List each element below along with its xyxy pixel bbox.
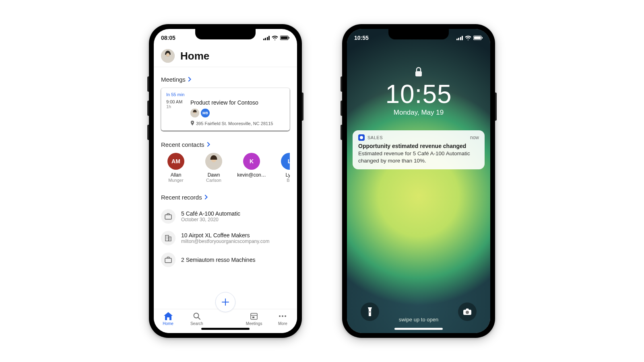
- profile-avatar[interactable]: [161, 49, 175, 63]
- notification-header: SALES now: [358, 134, 479, 141]
- nav-home-label: Home: [163, 321, 173, 326]
- building-icon: [161, 231, 175, 245]
- lock-time: 10:55: [347, 81, 490, 107]
- home-indicator[interactable]: [201, 328, 250, 330]
- contact-avatar: [205, 153, 222, 170]
- app-header: Home: [154, 47, 297, 67]
- notification-app-icon: [358, 134, 365, 141]
- notification-card[interactable]: SALES now Opportunity estimated revenue …: [353, 130, 485, 169]
- svg-rect-15: [251, 313, 257, 319]
- attendee-initials: MB: [201, 109, 210, 117]
- notification-title: Opportunity estimated revenue changed: [358, 143, 479, 149]
- home-icon: [164, 312, 173, 321]
- meeting-duration: 1h: [166, 104, 186, 109]
- lock-bottom: [347, 302, 490, 321]
- contact-item[interactable]: Dawn Carlson: [199, 153, 229, 183]
- section-records-label: Recent records: [161, 194, 202, 201]
- nav-more-label: More: [278, 321, 287, 326]
- svg-rect-2: [289, 37, 289, 39]
- contact-item[interactable]: L Lyd Ba: [275, 153, 290, 183]
- svg-rect-22: [482, 37, 483, 39]
- phone-right-screen: 10:55 10:55: [347, 29, 490, 333]
- contact-item[interactable]: K kevin@con…: [237, 153, 266, 183]
- record-title: 10 Airpot XL Coffee Makers: [181, 232, 269, 239]
- status-time: 08:05: [161, 35, 175, 41]
- record-title: 2 Semiautom resso Machines: [181, 257, 255, 263]
- section-meetings[interactable]: Meetings: [161, 76, 290, 83]
- svg-rect-24: [369, 311, 370, 313]
- wifi-icon: [465, 35, 471, 40]
- app-content: Home Meetings In 55 min 9:: [154, 47, 297, 333]
- nav-more[interactable]: More: [270, 312, 295, 326]
- nav-search-label: Search: [190, 321, 203, 326]
- contact-name2: Ba: [275, 178, 290, 183]
- scroll-area[interactable]: Meetings In 55 min 9:00 AM 1h: [154, 67, 297, 307]
- section-records[interactable]: Recent records: [161, 194, 290, 201]
- svg-rect-1: [281, 37, 288, 39]
- contacts-row[interactable]: AM Allan Munger Dawn Carlson: [161, 153, 290, 183]
- nav-meetings[interactable]: Meetings: [242, 312, 266, 326]
- battery-icon: [280, 35, 290, 40]
- lock-icon: [415, 72, 423, 78]
- stage: 08:05 Home: [0, 0, 644, 362]
- meeting-title: Product review for Contoso: [190, 99, 285, 106]
- notification-when: now: [470, 135, 479, 140]
- lockscreen[interactable]: 10:55 10:55: [347, 29, 490, 333]
- meeting-location: 395 Fairfield St. Mooresville, NC 28115: [196, 121, 273, 126]
- nav-home[interactable]: Home: [156, 312, 180, 326]
- contact-avatar: K: [243, 153, 260, 170]
- svg-rect-13: [165, 258, 171, 263]
- meeting-time: 9:00 AM 1h: [166, 99, 186, 126]
- meeting-card[interactable]: In 55 min 9:00 AM 1h Product review for …: [161, 88, 290, 131]
- home-indicator[interactable]: [394, 328, 443, 330]
- section-contacts[interactable]: Recent contacts: [161, 141, 290, 148]
- svg-point-19: [285, 315, 286, 317]
- contact-name2: Carlson: [199, 178, 229, 183]
- nav-search[interactable]: Search: [185, 312, 209, 326]
- phone-left-screen: 08:05 Home: [154, 29, 297, 333]
- records-list: 5 Café A-100 Automatic October 30, 2020 …: [161, 206, 290, 271]
- add-fab[interactable]: [215, 292, 235, 312]
- record-sub: October 30, 2020: [181, 217, 240, 222]
- record-sub: milton@bestforyouorganicscompany.com: [181, 239, 269, 244]
- chevron-right-icon: [204, 194, 208, 201]
- attendee-avatar: [190, 109, 199, 117]
- nav-meetings-label: Meetings: [246, 321, 262, 326]
- camera-button[interactable]: [458, 302, 477, 321]
- chevron-right-icon: [207, 141, 211, 148]
- section-contacts-label: Recent contacts: [161, 141, 204, 148]
- search-icon: [193, 312, 201, 321]
- svg-point-17: [279, 315, 281, 317]
- lock-top: 10:55 Monday, May 19: [347, 47, 490, 117]
- briefcase-icon: [161, 253, 175, 267]
- svg-rect-11: [165, 235, 169, 241]
- contact-item[interactable]: AM Allan Munger: [161, 153, 191, 183]
- battery-icon: [473, 35, 483, 40]
- meeting-badge: In 55 min: [166, 92, 285, 97]
- flashlight-button[interactable]: [361, 302, 379, 321]
- page-title: Home: [180, 50, 209, 62]
- phone-left: 08:05 Home: [149, 24, 302, 338]
- meeting-start: 9:00 AM: [166, 99, 186, 104]
- location-pin-icon: [190, 121, 194, 126]
- contact-name: kevin@con…: [237, 172, 266, 178]
- meeting-attendees: MB: [190, 109, 285, 117]
- record-item[interactable]: 10 Airpot XL Coffee Makers milton@bestfo…: [161, 227, 290, 249]
- svg-point-18: [282, 315, 283, 317]
- svg-rect-12: [169, 237, 171, 241]
- record-item[interactable]: 5 Café A-100 Automatic October 30, 2020: [161, 206, 290, 227]
- svg-rect-10: [165, 215, 171, 219]
- contact-name2: Munger: [161, 178, 191, 183]
- contact-avatar: AM: [167, 153, 184, 170]
- record-item[interactable]: 2 Semiautom resso Machines: [161, 249, 290, 271]
- notch: [388, 29, 449, 39]
- signal-icon: [456, 36, 463, 40]
- contact-name: Dawn: [199, 172, 229, 178]
- phone-right: 10:55 10:55: [342, 24, 495, 338]
- lock-date: Monday, May 19: [347, 109, 490, 117]
- more-icon: [279, 312, 287, 321]
- calendar-icon: [250, 312, 258, 321]
- section-meetings-label: Meetings: [161, 76, 186, 83]
- record-title: 5 Café A-100 Automatic: [181, 210, 240, 217]
- notification-body: Estimated revenue for 5 Café A-100 Autom…: [358, 150, 479, 165]
